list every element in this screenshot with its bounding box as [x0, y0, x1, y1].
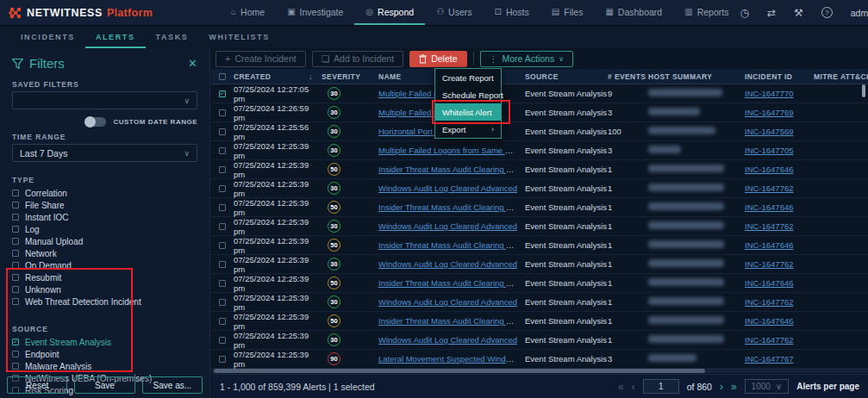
table-row[interactable]: 07/25/2024 12:25:39 pm30Windows Audit Lo… [211, 179, 868, 198]
vertical-scrollbar[interactable] [862, 84, 865, 97]
incident-id-link[interactable]: INC-1647769 [745, 108, 794, 117]
checkbox[interactable] [12, 238, 19, 245]
checkbox[interactable]: ✓ [12, 339, 19, 345]
table-row[interactable]: 07/25/2024 12:25:39 pm50Insider Threat M… [211, 274, 868, 293]
nav-item-respond[interactable]: ◎Respond [354, 0, 425, 25]
table-row[interactable]: 07/25/2024 12:25:39 pm90Lateral Movement… [211, 350, 868, 369]
column-header-mitre[interactable]: MITRE ATT&CK TAC [814, 72, 868, 81]
type-filter-option[interactable]: Log [0, 223, 209, 235]
row-checkbox[interactable] [219, 204, 226, 211]
alert-name-link[interactable]: Windows Audit Log Cleared Advanced [378, 221, 517, 231]
row-checkbox[interactable] [219, 185, 226, 192]
tab-incidents[interactable]: INCIDENTS [10, 27, 85, 48]
alert-name-link[interactable]: Insider Threat Mass Audit Clearing Advan… [378, 240, 525, 250]
row-checkbox[interactable] [219, 337, 226, 344]
save-button[interactable]: Save [74, 376, 134, 394]
table-row[interactable]: 07/25/2024 12:25:39 pm50Insider Threat M… [211, 198, 868, 217]
row-checkbox[interactable] [219, 109, 226, 116]
row-checkbox[interactable] [219, 299, 226, 306]
type-filter-option[interactable]: On Demand [0, 259, 209, 271]
column-header-created[interactable]: CREATED ↓ [234, 72, 322, 81]
row-checkbox[interactable] [219, 147, 226, 154]
incident-id-link[interactable]: INC-1647646 [745, 240, 794, 250]
checkbox[interactable] [12, 250, 19, 257]
type-filter-option[interactable]: Network [0, 247, 209, 259]
table-row[interactable]: 07/25/2024 12:25:39 pm50Insider Threat M… [211, 160, 868, 179]
nav-item-reports[interactable]: ▥Reports [673, 0, 740, 25]
page-size-select[interactable]: 1000 ∨ [745, 379, 790, 394]
incident-id-link[interactable]: INC-1647762 [745, 221, 794, 231]
column-header-host-summary[interactable]: HOST SUMMARY [648, 72, 745, 81]
incident-id-link[interactable]: INC-1647646 [745, 202, 794, 212]
column-header-severity[interactable]: SEVERITY [322, 72, 378, 81]
page-number-input[interactable] [643, 379, 679, 394]
column-header-incident-id[interactable]: INCIDENT ID [745, 72, 814, 81]
delete-button[interactable]: Delete [409, 51, 466, 67]
alert-name-link[interactable]: Lateral Movement Suspected Windows Advan… [378, 354, 525, 364]
row-checkbox[interactable] [219, 223, 226, 230]
checkbox[interactable] [12, 274, 19, 281]
checkbox[interactable] [12, 286, 19, 293]
alert-name-link[interactable]: Insider Threat Mass Audit Clearing Advan… [378, 165, 525, 174]
add-to-incident-button[interactable]: ❏ Add to Incident [312, 51, 403, 67]
nav-item-investigate[interactable]: ▣Investigate [276, 0, 354, 25]
table-row[interactable]: ✓07/25/2024 12:27:05 pm30Multiple Failed… [211, 84, 868, 103]
sort-desc-icon[interactable]: ↓ [309, 72, 313, 81]
incident-id-link[interactable]: INC-1647569 [745, 127, 794, 136]
nav-item-dashboard[interactable]: ▦Dashboard [594, 0, 673, 25]
incident-id-link[interactable]: INC-1647646 [745, 316, 794, 326]
alert-name-link[interactable]: Insider Threat Mass Audit Clearing Advan… [378, 316, 525, 326]
select-all-checkbox[interactable] [219, 73, 226, 80]
type-filter-option[interactable]: Resubmit [0, 271, 209, 283]
incident-id-link[interactable]: INC-1647767 [745, 354, 794, 364]
nav-item-home[interactable]: ⌂Home [220, 0, 276, 25]
reset-button[interactable]: Reset [7, 376, 67, 394]
next-page-button[interactable]: › [720, 381, 723, 393]
alert-name-link[interactable]: Windows Audit Log Cleared Advanced [378, 335, 517, 345]
horizontal-scrollbar[interactable] [211, 369, 868, 373]
type-filter-option[interactable]: File Share [0, 199, 209, 211]
checkbox[interactable] [12, 226, 19, 233]
alert-name-link[interactable]: Insider Threat Mass Audit Clearing Advan… [378, 202, 525, 212]
tab-whitelists[interactable]: WHITELISTS [198, 27, 280, 48]
type-filter-option[interactable]: Manual Upload [0, 235, 209, 247]
source-filter-option[interactable]: Endpoint [0, 348, 209, 360]
brand[interactable]: NETWITNESS Platform [9, 0, 153, 25]
incident-id-link[interactable]: INC-1647646 [745, 165, 794, 174]
incident-id-link[interactable]: INC-1647762 [745, 259, 794, 269]
type-filter-option[interactable]: Instant IOC [0, 211, 209, 223]
menu-item-create-report[interactable]: Create Report [435, 69, 501, 86]
row-checkbox[interactable] [219, 261, 226, 268]
nav-item-hosts[interactable]: ⊡Hosts [484, 0, 540, 25]
incident-id-link[interactable]: INC-1647762 [745, 335, 794, 345]
column-header-events[interactable]: # EVENTS [608, 72, 648, 81]
alert-name-link[interactable]: Windows Audit Log Cleared Advanced [378, 297, 517, 307]
alert-name-link[interactable]: Insider Threat Mass Audit Clearing Advan… [378, 278, 525, 288]
incident-id-link[interactable]: INC-1647646 [745, 278, 794, 288]
source-filter-option[interactable]: ✓Event Stream Analysis [0, 336, 209, 348]
scrollbar-thumb[interactable] [214, 369, 705, 373]
row-checkbox[interactable] [219, 356, 226, 363]
first-page-button[interactable]: « [618, 381, 624, 393]
table-row[interactable]: 07/25/2024 12:25:56 pm30Horizontal Port … [211, 122, 868, 141]
incident-id-link[interactable]: INC-1647762 [745, 183, 794, 193]
source-filter-option[interactable]: Malware Analysis [0, 360, 209, 372]
type-filter-option[interactable]: Correlation [0, 187, 209, 199]
checkbox[interactable] [12, 298, 19, 305]
menu-item-export[interactable]: Export› [435, 121, 501, 138]
row-checkbox[interactable] [219, 318, 226, 325]
user-menu[interactable]: admin › [851, 8, 868, 18]
table-row[interactable]: 07/25/2024 12:25:39 pm30Windows Audit Lo… [211, 255, 868, 274]
alert-name-link[interactable]: Windows Audit Log Cleared Advanced [378, 183, 517, 193]
row-checkbox[interactable] [219, 128, 226, 135]
prev-page-button[interactable]: ‹ [632, 381, 635, 393]
row-checkbox[interactable] [219, 280, 226, 287]
menu-item-schedule-report[interactable]: Schedule Report [435, 86, 501, 103]
table-row[interactable]: 07/25/2024 12:25:39 pm50Insider Threat M… [211, 236, 868, 255]
more-actions-button[interactable]: ⋮ More Actions ∨ [480, 51, 574, 67]
last-page-button[interactable]: » [731, 381, 737, 393]
alert-name-link[interactable]: Windows Audit Log Cleared Advanced [378, 259, 517, 269]
row-checkbox[interactable] [219, 166, 226, 173]
checkbox[interactable] [12, 190, 19, 196]
incident-id-link[interactable]: INC-1647762 [745, 297, 794, 307]
